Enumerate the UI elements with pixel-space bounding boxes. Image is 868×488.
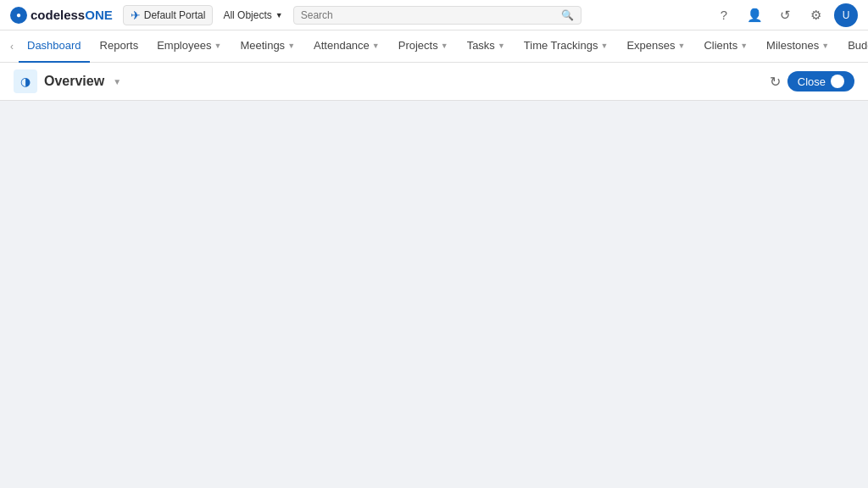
milestones-arrow-icon: ▼ [821, 42, 829, 50]
nav-item-dashboard[interactable]: Dashboard [19, 30, 90, 63]
nav-label-time-trackings: Time Trackings [524, 39, 598, 52]
close-label: Close [798, 75, 826, 88]
nav-label-expenses: Expenses [626, 39, 675, 52]
page-title-arrow-icon: ▼ [113, 77, 121, 86]
tasks-arrow-icon: ▼ [498, 42, 505, 50]
objects-arrow-icon: ▼ [275, 11, 283, 19]
expenses-arrow-icon: ▼ [677, 42, 685, 50]
nav-item-expenses[interactable]: Expenses ▼ [618, 30, 693, 63]
help-button[interactable]: ? [712, 3, 736, 27]
projects-arrow-icon: ▼ [441, 42, 448, 50]
nav-bar: ‹ Dashboard Reports Employees ▼ Meetings… [0, 30, 868, 63]
history-button[interactable]: ↺ [773, 3, 797, 27]
objects-label: All Objects [223, 9, 271, 21]
nav-label-milestones: Milestones [766, 39, 819, 52]
attendance-arrow-icon: ▼ [372, 42, 380, 50]
toggle-circle [831, 75, 844, 88]
search-bar[interactable]: 🔍 [293, 6, 581, 25]
nav-item-employees[interactable]: Employees ▼ [148, 30, 230, 63]
settings-button[interactable]: ⚙ [804, 3, 827, 27]
employees-arrow-icon: ▼ [214, 42, 221, 50]
nav-left-chevron[interactable]: ‹ [7, 41, 17, 53]
nav-item-budgets[interactable]: Budgets ▼ [839, 30, 868, 63]
nav-item-tasks[interactable]: Tasks ▼ [459, 30, 514, 63]
page-title: Overview [44, 74, 104, 89]
nav-label-employees: Employees [157, 39, 211, 52]
nav-item-milestones[interactable]: Milestones ▼ [758, 30, 837, 63]
time-trackings-arrow-icon: ▼ [600, 42, 608, 50]
all-objects-button[interactable]: All Objects ▼ [223, 9, 282, 21]
portal-icon: ✈ [131, 8, 141, 22]
nav-label-attendance: Attendance [314, 39, 370, 52]
nav-item-attendance[interactable]: Attendance ▼ [305, 30, 388, 63]
meetings-arrow-icon: ▼ [287, 42, 295, 50]
nav-label-budgets: Budgets [848, 39, 868, 52]
portal-button[interactable]: ✈ Default Portal [123, 5, 214, 25]
refresh-button[interactable]: ↻ [770, 74, 781, 90]
nav-item-projects[interactable]: Projects ▼ [390, 30, 457, 63]
nav-label-tasks: Tasks [467, 39, 495, 52]
overview-icon-symbol: ◑ [20, 75, 31, 88]
close-toggle-button[interactable]: Close [787, 71, 854, 92]
portal-label: Default Portal [144, 9, 206, 21]
nav-label-reports: Reports [100, 39, 139, 52]
logo-icon: ● [10, 7, 27, 24]
avatar[interactable]: U [834, 3, 858, 27]
search-icon: 🔍 [561, 9, 574, 21]
nav-label-dashboard: Dashboard [27, 39, 81, 52]
nav-item-meetings[interactable]: Meetings ▼ [231, 30, 303, 63]
nav-label-meetings: Meetings [240, 39, 285, 52]
user-button[interactable]: 👤 [743, 3, 766, 27]
nav-item-clients[interactable]: Clients ▼ [695, 30, 756, 63]
nav-item-reports[interactable]: Reports [92, 30, 147, 63]
search-input[interactable] [301, 9, 556, 21]
nav-label-clients: Clients [704, 39, 737, 52]
page-header: ◑ Overview ▼ ↻ Close [0, 63, 868, 101]
app-logo: ● codelessONE [10, 7, 113, 24]
logo-text: codelessONE [31, 8, 113, 22]
overview-icon: ◑ [14, 69, 37, 93]
nav-item-time-trackings[interactable]: Time Trackings ▼ [515, 30, 617, 63]
clients-arrow-icon: ▼ [740, 42, 748, 50]
nav-label-projects: Projects [398, 39, 438, 52]
